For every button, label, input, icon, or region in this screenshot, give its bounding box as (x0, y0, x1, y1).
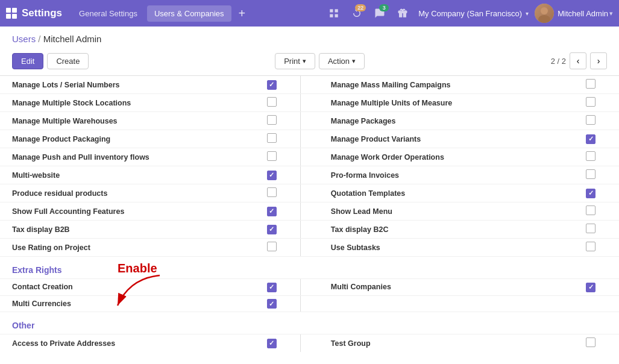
right-label: Multi Companies (319, 279, 556, 296)
left-checkbox[interactable] (267, 133, 277, 143)
right-check-cell[interactable] (556, 184, 619, 202)
left-check-cell[interactable] (237, 148, 300, 166)
right-label: Quotation Templates (319, 184, 556, 202)
left-checkbox[interactable] (267, 283, 277, 292)
pagination-next[interactable]: › (590, 52, 607, 69)
right-check-cell[interactable] (556, 221, 619, 239)
left-checkbox[interactable] (267, 242, 277, 251)
left-checkbox[interactable] (267, 339, 277, 348)
left-checkbox[interactable] (267, 171, 277, 180)
left-check-cell[interactable] (237, 221, 300, 239)
gift-icon-btn[interactable] (393, 4, 412, 23)
nav-users-companies[interactable]: Users & Companies (147, 5, 231, 22)
left-check-cell[interactable] (237, 94, 300, 112)
table-row: Show Full Accounting Features Show Lead … (0, 202, 619, 221)
pagination-label: 2 / 2 (551, 57, 566, 66)
right-checkbox[interactable] (586, 283, 595, 292)
right-check-cell[interactable] (556, 94, 619, 112)
user-name[interactable]: Mitchell Admin (558, 9, 608, 18)
right-checkbox[interactable] (586, 189, 595, 198)
left-checkbox[interactable] (267, 97, 277, 107)
chat-badge: 3 (379, 4, 389, 11)
right-checkbox[interactable] (586, 337, 595, 347)
right-checkbox[interactable] (586, 169, 595, 179)
divider (300, 239, 319, 257)
table-row: Manage Multiple Stock Locations Manage M… (0, 94, 619, 112)
left-checkbox[interactable] (267, 80, 277, 90)
left-checkbox[interactable] (267, 207, 277, 216)
print-button[interactable]: Print (275, 53, 315, 69)
right-checkbox[interactable] (586, 242, 595, 251)
divider (300, 221, 319, 239)
nav-add-button[interactable]: + (234, 4, 251, 23)
left-label: Show Full Accounting Features (0, 202, 237, 221)
right-checkbox[interactable] (586, 79, 595, 89)
updates-icon-btn[interactable]: 22 (347, 4, 366, 23)
right-label: Manage Work Order Operations (319, 148, 556, 166)
right-checkbox[interactable] (586, 115, 595, 125)
section-header-extra-rights: Extra Rights (0, 257, 619, 279)
edit-button[interactable]: Edit (12, 53, 43, 69)
right-check-cell[interactable] (556, 112, 619, 130)
updates-badge: 22 (355, 4, 366, 11)
company-dropdown-arrow: ▾ (526, 10, 529, 17)
chat-icon-btn[interactable]: 3 (370, 4, 389, 23)
action-button[interactable]: Action (319, 53, 365, 69)
right-label: Use Subtasks (319, 239, 556, 257)
left-check-cell[interactable] (237, 112, 300, 130)
section-header-other: Other (0, 312, 619, 334)
right-label: Show Lead Menu (319, 202, 556, 221)
left-check-cell[interactable] (237, 239, 300, 257)
user-dropdown-arrow[interactable]: ▾ (609, 10, 613, 17)
right-check-cell[interactable] (556, 279, 619, 296)
left-check-cell[interactable] (237, 184, 300, 202)
right-label: Tax display B2C (319, 221, 556, 239)
content-scroll: Manage Lots / Serial Numbers Manage Mass… (0, 76, 619, 352)
right-label: Test Group (319, 334, 556, 353)
left-check-cell[interactable] (237, 76, 300, 94)
svg-point-1 (538, 15, 550, 23)
create-button[interactable]: Create (47, 53, 89, 69)
left-checkbox[interactable] (267, 299, 277, 309)
left-checkbox[interactable] (267, 151, 277, 161)
right-check-cell[interactable] (556, 334, 619, 353)
logo-grid-icon (6, 8, 17, 19)
app-logo[interactable]: Settings (6, 7, 62, 19)
left-label: Use Rating on Project (0, 239, 237, 257)
right-checkbox[interactable] (586, 206, 595, 215)
table-row: Manage Push and Pull inventory flows Man… (0, 148, 619, 166)
right-check-cell[interactable] (556, 130, 619, 148)
breadcrumb-parent[interactable]: Users (12, 34, 36, 44)
left-check-cell[interactable] (237, 295, 300, 312)
left-check-cell[interactable] (237, 334, 300, 353)
right-check-cell[interactable] (556, 295, 619, 312)
table-row: Multi-website Pro-forma Invoices (0, 166, 619, 184)
left-checkbox[interactable] (267, 115, 277, 125)
left-check-cell[interactable] (237, 130, 300, 148)
left-checkbox[interactable] (267, 187, 277, 197)
right-check-cell[interactable] (556, 239, 619, 257)
divider (300, 295, 319, 312)
pagination-prev[interactable]: ‹ (570, 52, 586, 69)
left-label: Manage Product Packaging (0, 130, 237, 148)
permissions-table: Manage Lots / Serial Numbers Manage Mass… (0, 76, 619, 352)
apps-icon-btn[interactable] (324, 4, 344, 23)
divider (300, 76, 319, 94)
right-check-cell[interactable] (556, 166, 619, 184)
left-check-cell[interactable] (237, 166, 300, 184)
right-check-cell[interactable] (556, 76, 619, 94)
right-check-cell[interactable] (556, 202, 619, 221)
right-checkbox[interactable] (586, 224, 595, 233)
company-selector[interactable]: My Company (San Francisco) ▾ (412, 7, 535, 20)
divider (300, 112, 319, 130)
right-check-cell[interactable] (556, 148, 619, 166)
left-check-cell[interactable] (237, 202, 300, 221)
left-check-cell[interactable] (237, 279, 300, 296)
breadcrumb-separator: / (38, 34, 43, 44)
right-checkbox[interactable] (586, 151, 595, 161)
user-avatar[interactable] (535, 4, 554, 23)
right-checkbox[interactable] (586, 134, 595, 144)
right-checkbox[interactable] (586, 97, 595, 107)
nav-general-settings[interactable]: General Settings (72, 5, 145, 22)
left-checkbox[interactable] (267, 225, 277, 234)
